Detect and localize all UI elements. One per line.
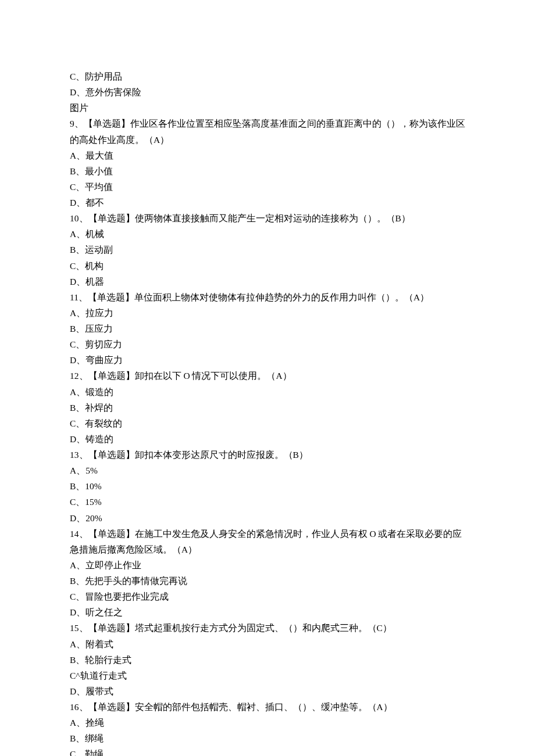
text-line: C、防护用品 [70, 69, 465, 84]
option-text: A、机械 [70, 226, 465, 242]
option-text: B、绑绳 [70, 730, 465, 746]
option-text: D、都不 [70, 195, 465, 210]
question-text: 11、【单选题】单位面积上物体对使物体有拉伸趋势的外力的反作用力叫作（）。（A） [70, 289, 465, 305]
question-text: 16、【单选题】安全帽的部件包括帽壳、帽衬、插口、（）、缓冲垫等。（A） [70, 699, 465, 715]
option-text: D、弯曲应力 [70, 352, 465, 368]
option-text: B、最小值 [70, 163, 465, 179]
option-text: B、补焊的 [70, 400, 465, 415]
option-text: C、勒绳 [70, 746, 465, 756]
option-text: D、听之任之 [70, 604, 465, 620]
question-text: 14、【单选题】在施工中发生危及人身安全的紧急情况时，作业人员有权 O 或者在采… [70, 526, 465, 557]
option-text: C、机构 [70, 258, 465, 274]
option-text: D、铸造的 [70, 431, 465, 447]
question-text: 13、【单选题】卸扣本体变形达原尺寸的时应报废。（B） [70, 447, 465, 463]
option-text: A、锻造的 [70, 384, 465, 400]
question-text: 10、【单选题】使两物体直接接触而又能产生一定相对运动的连接称为（）。（B） [70, 210, 465, 226]
option-text: C、剪切应力 [70, 336, 465, 352]
option-text: C^轨道行走式 [70, 668, 465, 683]
text-line: D、意外伤害保险 [70, 84, 465, 100]
option-text: B、10% [70, 478, 465, 494]
question-text: 9、【单选题】作业区各作业位置至相应坠落高度基准面之间的垂直距离中的（），称为该… [70, 116, 465, 147]
option-text: A、拴绳 [70, 715, 465, 730]
option-text: B、运动副 [70, 242, 465, 257]
option-text: C、有裂纹的 [70, 415, 465, 431]
option-text: A、立即停止作业 [70, 557, 465, 573]
question-text: 15、【单选题】塔式起重机按行走方式分为固定式、（）和内爬式三种。（C） [70, 620, 465, 636]
option-text: D、履带式 [70, 683, 465, 699]
option-text: A、附着式 [70, 636, 465, 652]
option-text: B、压应力 [70, 321, 465, 336]
option-text: B、轮胎行走式 [70, 652, 465, 668]
text-line: 图片 [70, 100, 465, 116]
option-text: D、机器 [70, 274, 465, 289]
option-text: C、平均值 [70, 179, 465, 195]
option-text: D、20% [70, 510, 465, 526]
option-text: B、先把手头的事情做完再说 [70, 573, 465, 589]
option-text: A、最大值 [70, 148, 465, 163]
option-text: A、拉应力 [70, 305, 465, 321]
option-text: C、冒险也要把作业完成 [70, 589, 465, 604]
question-text: 12、【单选题】卸扣在以下 O 情况下可以使用。（A） [70, 368, 465, 384]
option-text: C、15% [70, 494, 465, 510]
document-content: C、防护用品 D、意外伤害保险 图片 9、【单选题】作业区各作业位置至相应坠落高… [70, 69, 465, 756]
option-text: A、5% [70, 463, 465, 478]
